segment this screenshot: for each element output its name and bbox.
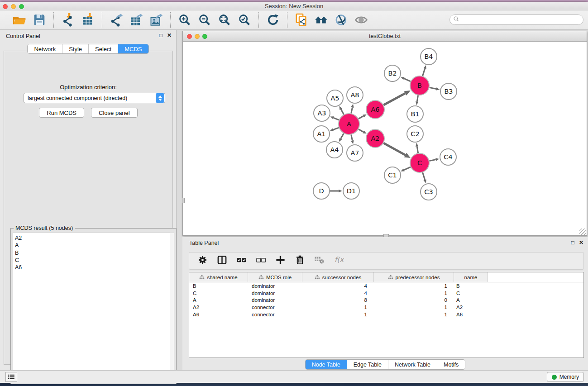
float-table-panel-icon[interactable]: □ — [571, 240, 574, 246]
edge-C-C2[interactable] — [417, 146, 418, 153]
table-row[interactable]: Cdominator41C — [189, 290, 583, 297]
column-header-predecessor-nodes[interactable]: predecessor nodes — [374, 272, 454, 282]
network-window-titlebar[interactable]: testGlobe.txt — [183, 31, 587, 42]
unselect-all-columns-button[interactable] — [255, 255, 267, 267]
export-network-button[interactable] — [109, 12, 124, 28]
table-cell[interactable]: connector — [248, 305, 302, 310]
edge-A-A5[interactable] — [341, 109, 344, 114]
close-table-panel-icon[interactable]: ✕ — [579, 240, 583, 246]
import-network-button[interactable] — [60, 12, 76, 28]
table-cell[interactable]: C — [189, 291, 248, 296]
delete-column-button[interactable] — [294, 255, 306, 267]
graph-node-D1[interactable]: D1 — [343, 183, 359, 199]
close-panel-icon[interactable]: ✕ — [167, 33, 172, 38]
table-cell[interactable]: 1 — [374, 305, 454, 310]
graph-node-C3[interactable]: C3 — [421, 184, 437, 200]
import-table-button[interactable] — [80, 12, 96, 28]
graph-node-C4[interactable]: C4 — [440, 149, 456, 165]
table-cell[interactable]: C — [454, 291, 488, 296]
zoom-in-button[interactable] — [177, 12, 192, 28]
graph-node-B3[interactable]: B3 — [440, 83, 457, 100]
table-cell[interactable]: A2 — [454, 305, 488, 310]
mcds-result-item[interactable]: A — [15, 242, 170, 249]
edge-C-C3[interactable] — [423, 172, 425, 180]
graph-node-C2[interactable]: C2 — [407, 126, 423, 142]
mcds-result-item[interactable]: A2 — [15, 234, 170, 242]
table-cell[interactable]: A — [454, 297, 488, 303]
tab-edge-table[interactable]: Edge Table — [347, 360, 388, 369]
close-panel-button[interactable]: Close panel — [91, 108, 138, 118]
run-mcds-button[interactable]: Run MCDS — [39, 108, 84, 118]
ndex-button[interactable] — [294, 12, 309, 28]
edge-B-B3[interactable] — [430, 87, 436, 89]
table-cell[interactable]: 1 — [374, 312, 454, 317]
criterion-dropdown[interactable]: largest connected component (directed) — [24, 93, 165, 103]
graph-node-A[interactable]: A — [339, 114, 359, 134]
column-header-name[interactable]: name — [454, 272, 488, 282]
save-session-button[interactable] — [32, 12, 47, 28]
graph-node-B2[interactable]: B2 — [384, 65, 401, 81]
table-cell[interactable]: B — [189, 283, 248, 289]
table-cell[interactable]: dominator — [248, 297, 302, 303]
edge-A-A6[interactable] — [359, 116, 363, 119]
edge-A-A7[interactable] — [351, 135, 353, 141]
network-canvas[interactable]: AA1A2A3A4A5A6A7A8BB1B2B3B4CC1C2C3C4DD1 — [183, 42, 586, 235]
graph-node-B4[interactable]: B4 — [421, 48, 437, 65]
table-row[interactable]: Adominator80A — [189, 297, 583, 304]
table-row[interactable]: Bdominator41B — [189, 282, 583, 290]
table-cell[interactable]: connector — [248, 312, 302, 317]
edge-B-B1[interactable] — [417, 95, 418, 102]
window-edge-grip-bottom[interactable] — [383, 234, 389, 237]
edge-B-B2[interactable] — [404, 78, 411, 81]
graph-node-A7[interactable]: A7 — [347, 145, 363, 161]
graph-node-A1[interactable]: A1 — [313, 126, 330, 142]
table-settings-button[interactable] — [196, 255, 208, 267]
search-input[interactable] — [459, 17, 573, 23]
mcds-result-item[interactable]: B — [15, 249, 170, 257]
table-cell[interactable]: 0 — [374, 297, 454, 303]
open-session-button[interactable] — [12, 12, 27, 28]
edge-A-A1[interactable] — [333, 128, 339, 129]
refresh-button[interactable] — [265, 12, 281, 28]
export-table-button[interactable] — [129, 12, 144, 28]
search-box[interactable] — [449, 14, 583, 25]
table-cell[interactable]: 4 — [302, 283, 374, 289]
table-cell[interactable]: 4 — [302, 291, 374, 296]
edge-C-C1[interactable] — [404, 167, 411, 170]
edge-C-C4[interactable] — [430, 160, 436, 161]
create-column-button[interactable] — [274, 255, 286, 267]
column-header-shared-name[interactable]: shared name — [189, 272, 248, 282]
select-all-columns-button[interactable] — [235, 255, 247, 267]
graph-node-D[interactable]: D — [313, 183, 330, 199]
table-cell[interactable]: 1 — [374, 291, 454, 296]
tab-network[interactable]: Network — [28, 44, 62, 53]
graph-node-A5[interactable]: A5 — [327, 90, 343, 106]
show-hide-button[interactable] — [354, 12, 369, 28]
mcds-result-item[interactable]: A6 — [15, 264, 170, 271]
float-panel-icon[interactable]: □ — [159, 33, 163, 38]
tab-style[interactable]: Style — [62, 44, 89, 53]
tab-node-table[interactable]: Node Table — [306, 360, 347, 369]
tab-motifs[interactable]: Motifs — [437, 360, 465, 369]
mcds-result-list[interactable]: A2ABCA6 — [13, 233, 171, 382]
memory-button[interactable]: Memory — [547, 372, 584, 382]
table-cell[interactable]: A6 — [454, 312, 488, 317]
table-cell[interactable]: B — [454, 283, 488, 289]
edge-A2-C[interactable] — [383, 143, 405, 155]
table-cell[interactable]: 1 — [302, 305, 374, 310]
graph-node-A2[interactable]: A2 — [366, 129, 384, 148]
main-titlebar[interactable]: Session: New Session — [0, 2, 588, 10]
table-cell[interactable]: dominator — [248, 283, 302, 289]
table-cell[interactable]: A6 — [189, 312, 248, 317]
table-cell[interactable]: dominator — [248, 291, 302, 296]
graph-node-B[interactable]: B — [410, 76, 429, 95]
graph-node-A8[interactable]: A8 — [347, 87, 363, 103]
column-header-MCDS-role[interactable]: MCDS role — [248, 272, 302, 282]
column-view-button[interactable] — [216, 255, 228, 267]
graph-node-C1[interactable]: C1 — [384, 167, 401, 183]
resize-grip-icon[interactable] — [579, 229, 586, 235]
graph-node-A6[interactable]: A6 — [366, 100, 384, 119]
task-history-button[interactable] — [5, 372, 17, 382]
table-row[interactable]: A2connector11A2 — [189, 304, 583, 311]
edge-A-A2[interactable] — [359, 129, 363, 132]
